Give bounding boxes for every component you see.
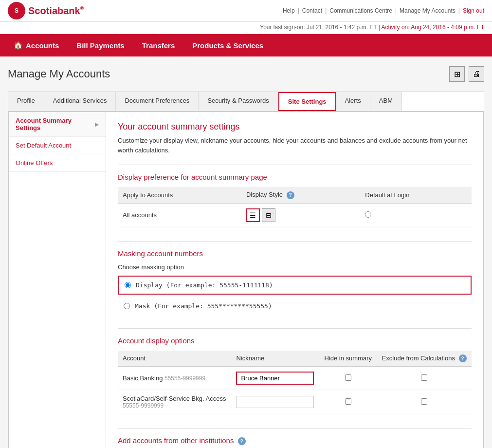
list-view-button[interactable]: ☰	[246, 208, 260, 222]
col-hide-summary: Hide in summary	[319, 351, 377, 367]
page-icons: ⊞ 🖨	[449, 66, 484, 82]
masking-option-display[interactable]: Display (For example: 55555-1111118)	[118, 276, 472, 295]
account-display-title: Account display options	[118, 336, 472, 345]
table-row: ScotiaCard/Self-Service Bkg. Access 5555…	[118, 390, 472, 414]
divider-3	[118, 328, 472, 329]
divider-2	[118, 241, 472, 242]
table-row: All accounts ☰ ⊟	[118, 203, 472, 227]
nav-bill-payments[interactable]: Bill Payments	[68, 34, 133, 56]
masking-mask-label: Mask (For example: 555********55555)	[135, 302, 272, 310]
col-nickname: Nickname	[231, 351, 319, 367]
sidebar-item-set-default-account[interactable]: Set Default Account	[9, 137, 106, 154]
contact-link[interactable]: Contact	[302, 7, 322, 14]
exclude-calc-help-icon[interactable]: ?	[459, 355, 467, 362]
divider-4	[118, 428, 472, 429]
exclude-calc-cell-2	[377, 390, 472, 414]
hide-summary-cell-1	[319, 367, 377, 390]
nickname-cell-2	[231, 390, 319, 414]
sidebar: Account Summary Settings ▶ Set Default A…	[9, 112, 106, 448]
sidebar-item-account-summary-settings[interactable]: Account Summary Settings ▶	[9, 112, 106, 137]
default-login-radio[interactable]	[365, 211, 371, 218]
nav-transfers[interactable]: Transfers	[133, 34, 184, 56]
page-header: Manage My Accounts ⊞ 🖨	[8, 66, 484, 82]
masking-choose-label: Choose masking option	[118, 263, 472, 271]
sidebar-item-online-offers[interactable]: Online Offers	[9, 154, 106, 172]
hide-summary-checkbox-1[interactable]	[345, 374, 351, 381]
hide-summary-cell-2	[319, 390, 377, 414]
hide-summary-checkbox-2[interactable]	[345, 398, 351, 405]
col-account: Account	[118, 351, 231, 367]
add-accounts-title: Add accounts from other institutions ?	[118, 436, 472, 445]
home-icon: 🏠	[14, 41, 23, 50]
chevron-right-icon: ▶	[95, 122, 99, 127]
page-wrapper: Manage My Accounts ⊞ 🖨 Profile Additiona…	[0, 56, 492, 448]
top-bar: S Scotiabank® Help | Contact | Communica…	[0, 0, 492, 22]
manage-accounts-link[interactable]: Manage My Accounts	[400, 7, 456, 14]
last-signon-text: Your last sign-on: Jul 21, 2016 - 1:42 p…	[260, 24, 377, 31]
section-title: Your account summary settings	[118, 122, 472, 132]
default-login-cell	[360, 203, 472, 227]
account-scotiacard: ScotiaCard/Self-Service Bkg. Access 5555…	[118, 390, 231, 414]
tabs-row: Profile Additional Services Document Pre…	[8, 92, 484, 112]
print-icon: 🖨	[473, 70, 480, 78]
display-style-buttons: ☰ ⊟	[246, 208, 355, 222]
grid-icon: ⊟	[266, 211, 272, 219]
nickname-input-1[interactable]	[236, 372, 314, 385]
top-bar-right: Help | Contact | Communications Centre |…	[283, 7, 484, 14]
nav-products-services[interactable]: Products & Services	[183, 34, 272, 56]
main-nav: 🏠 Accounts Bill Payments Transfers Produ…	[0, 34, 492, 56]
account-name-cell: All accounts	[118, 203, 241, 227]
display-pref-title: Display preference for account summary p…	[118, 173, 472, 181]
exclude-calc-checkbox-1[interactable]	[421, 374, 427, 381]
add-accounts-help-icon[interactable]: ?	[238, 437, 246, 445]
section-desc: Customize your display view, nickname yo…	[118, 136, 472, 155]
masking-display-radio[interactable]	[125, 282, 131, 288]
help-link[interactable]: Help	[283, 7, 295, 14]
scotiabank-logo-icon: S	[8, 2, 25, 19]
col-exclude-calc: Exclude from Calculations ?	[377, 351, 472, 367]
exclude-calc-cell-1	[377, 367, 472, 390]
tab-security-passwords[interactable]: Security & Passwords	[199, 92, 278, 111]
nickname-input-2[interactable]	[236, 396, 314, 408]
account-display-table: Account Nickname Hide in summary Exclude…	[118, 351, 472, 415]
tab-document-preferences[interactable]: Document Preferences	[116, 92, 199, 111]
masking-mask-radio[interactable]	[124, 303, 130, 309]
table-row: Basic Banking 55555-9999999	[118, 367, 472, 390]
col-default-login: Default at Login	[360, 187, 472, 203]
sign-out-link[interactable]: Sign out	[463, 7, 484, 14]
logo-area: S Scotiabank®	[8, 2, 84, 19]
add-accounts-section: Add accounts from other institutions ? A…	[118, 436, 472, 448]
nickname-cell-1	[231, 367, 319, 390]
grid-view-button[interactable]: ⊟	[262, 208, 275, 222]
tab-additional-services[interactable]: Additional Services	[44, 92, 116, 111]
signin-bar: Your last sign-on: Jul 21, 2016 - 1:42 p…	[0, 22, 492, 34]
communications-centre-link[interactable]: Communications Centre	[329, 7, 392, 14]
masking-option-mask[interactable]: Mask (For example: 555********55555)	[118, 298, 472, 315]
exclude-calc-checkbox-2[interactable]	[421, 398, 427, 405]
divider-1	[118, 165, 472, 165]
masking-display-label: Display (For example: 55555-1111118)	[136, 281, 273, 289]
list-icon: ☰	[250, 211, 256, 219]
display-pref-table: Apply to Accounts Display Style ? Defaul…	[118, 187, 472, 227]
content-area: Account Summary Settings ▶ Set Default A…	[8, 112, 484, 448]
svg-text:S: S	[15, 7, 18, 14]
col-display-style: Display Style ?	[241, 187, 360, 203]
account-basic-banking: Basic Banking 55555-9999999	[118, 367, 231, 390]
tab-profile[interactable]: Profile	[8, 92, 44, 111]
masking-section: Masking account numbers Choose masking o…	[118, 249, 472, 315]
masking-title: Masking account numbers	[118, 249, 472, 258]
logo-text: Scotiabank®	[28, 5, 84, 17]
display-style-help-icon[interactable]: ?	[287, 191, 294, 199]
table-icon: ⊞	[454, 70, 460, 79]
table-view-button[interactable]: ⊞	[449, 66, 465, 82]
tabs-container: Profile Additional Services Document Pre…	[8, 92, 484, 448]
tab-abm[interactable]: ABM	[370, 92, 402, 111]
col-apply-to-accounts: Apply to Accounts	[118, 187, 241, 203]
main-panel: Your account summary settings Customize …	[106, 112, 483, 448]
print-button[interactable]: 🖨	[469, 66, 484, 82]
tab-site-settings[interactable]: Site Settings	[278, 92, 336, 111]
activity-link[interactable]: Activity on: Aug 24, 2016 - 4:09 p.m. ET	[382, 24, 484, 31]
display-style-cell: ☰ ⊟	[241, 203, 360, 227]
tab-alerts[interactable]: Alerts	[336, 92, 370, 111]
nav-accounts[interactable]: 🏠 Accounts	[5, 34, 68, 56]
